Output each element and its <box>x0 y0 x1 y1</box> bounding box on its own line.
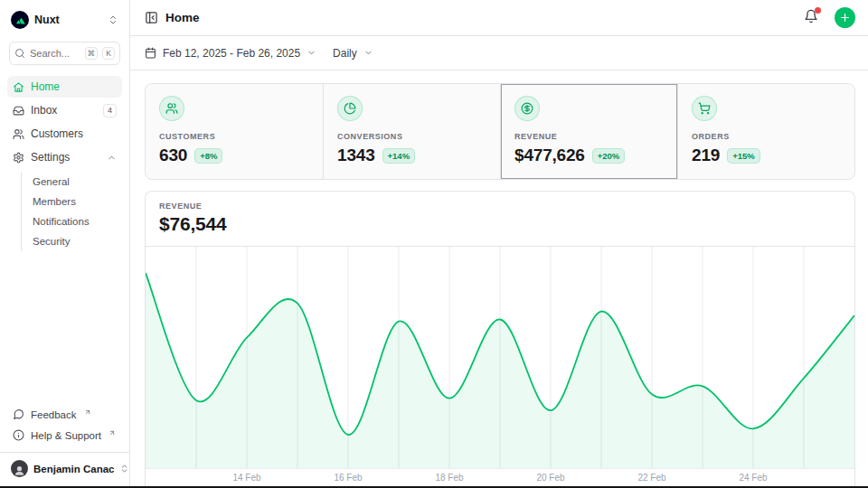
revenue-area-chart[interactable] <box>146 247 854 469</box>
sidebar-item-settings[interactable]: Settings <box>7 146 122 168</box>
collapse-sidebar-button[interactable] <box>145 11 158 24</box>
sidebar-item-general[interactable]: General <box>22 172 122 192</box>
sidebar-item-label: Inbox <box>31 104 97 117</box>
chart-metric-label: Revenue <box>159 202 841 211</box>
sidebar-spacer <box>7 253 122 404</box>
users-icon <box>13 128 24 140</box>
avatar <box>11 460 28 477</box>
date-range-picker[interactable]: Feb 12, 2025 - Feb 26, 2025 <box>145 47 316 60</box>
chevrons-up-down-icon <box>108 14 118 25</box>
stat-label: Orders <box>692 132 841 141</box>
nuxt-logo-icon <box>11 11 29 29</box>
stat-delta-badge: +20% <box>592 148 626 164</box>
stat-card-customers[interactable]: Customers 630 +8% <box>146 84 323 179</box>
user-menu[interactable]: Benjamin Canac <box>7 453 122 481</box>
stat-card-revenue[interactable]: Revenue $477,626 +20% <box>500 84 677 179</box>
search-icon <box>14 48 25 59</box>
plus-icon <box>839 12 851 23</box>
workspace-switcher[interactable]: Nuxt <box>7 7 122 33</box>
stat-delta-badge: +14% <box>382 148 416 164</box>
sidebar-item-label: Customers <box>31 127 117 140</box>
sidebar-item-label: Help & Support <box>31 430 101 441</box>
filter-toolbar: Feb 12, 2025 - Feb 26, 2025 Daily <box>130 36 868 70</box>
stat-card-orders[interactable]: Orders 219 +15% <box>677 84 854 179</box>
message-bubble-icon <box>13 408 24 420</box>
sidebar-item-security[interactable]: Security <box>22 231 122 251</box>
stat-label: Revenue <box>514 132 664 141</box>
chevron-up-icon <box>107 153 117 163</box>
home-icon <box>13 81 24 93</box>
main-panel: Home Feb 12, 2025 - Feb 26, 2025 <box>130 0 868 488</box>
stat-card-conversions[interactable]: Conversions 1343 +14% <box>323 84 500 179</box>
granularity-select[interactable]: Daily <box>333 47 373 60</box>
sidebar-item-label: Home <box>31 80 117 93</box>
sidebar: Nuxt Search... ⌘ K Home <box>0 0 130 488</box>
revenue-chart-card: Revenue $76,544 14 Feb16 Feb18 Feb20 Feb… <box>145 191 855 488</box>
dashboard-app: Nuxt Search... ⌘ K Home <box>0 0 868 488</box>
stat-value: 1343 <box>337 145 375 165</box>
chart-x-axis: 14 Feb16 Feb18 Feb20 Feb22 Feb24 Feb <box>146 469 854 488</box>
external-link-icon <box>108 429 116 436</box>
x-axis-tick-label: 18 Feb <box>435 473 463 483</box>
inbox-count-badge: 4 <box>103 104 117 117</box>
calendar-icon <box>145 47 156 59</box>
sidebar-item-home[interactable]: Home <box>7 76 122 98</box>
page-title: Home <box>165 11 200 24</box>
user-name: Benjamin Canac <box>33 464 114 474</box>
x-axis-tick-label: 20 Feb <box>536 473 564 483</box>
chevron-down-icon <box>363 48 373 58</box>
workspace-name: Nuxt <box>34 14 102 26</box>
chart-metric-value: $76,544 <box>159 213 841 235</box>
x-axis-tick-label: 24 Feb <box>739 473 767 483</box>
search-input[interactable]: Search... ⌘ K <box>9 42 120 65</box>
sidebar-item-inbox[interactable]: Inbox 4 <box>7 99 122 121</box>
stat-label: Conversions <box>337 132 486 141</box>
cart-icon <box>692 96 717 121</box>
date-range-value: Feb 12, 2025 - Feb 26, 2025 <box>163 47 300 60</box>
sidebar-item-label: Settings <box>31 151 100 164</box>
dollar-circle-icon <box>514 96 540 121</box>
content-area: Customers 630 +8% Conversions 1343 +14% <box>130 70 868 488</box>
gear-icon <box>13 152 24 164</box>
x-axis-tick-label: 22 Feb <box>637 473 665 483</box>
granularity-value: Daily <box>333 47 357 60</box>
stat-value: $477,626 <box>514 145 585 165</box>
add-button[interactable] <box>835 7 855 28</box>
chevron-down-icon <box>307 48 316 58</box>
stat-label: Customers <box>159 132 309 141</box>
top-bar: Home <box>130 0 868 36</box>
x-axis-tick-label: 14 Feb <box>232 473 260 483</box>
stat-delta-badge: +15% <box>727 148 760 164</box>
chart-canvas <box>146 247 854 469</box>
notification-dot <box>815 7 821 14</box>
chart-header: Revenue $76,544 <box>146 192 854 247</box>
sidebar-item-help-support[interactable]: Help & Support <box>7 425 122 446</box>
notifications-button[interactable] <box>804 9 818 27</box>
pie-chart-icon <box>337 96 363 121</box>
sidebar-nav: Home Inbox 4 Customers Settings <box>7 76 122 253</box>
stat-delta-badge: +8% <box>194 148 222 164</box>
stat-value: 630 <box>159 145 187 165</box>
kbd-k: K <box>102 47 115 60</box>
external-link-icon <box>84 408 91 416</box>
search-placeholder: Search... <box>30 48 80 59</box>
stats-grid: Customers 630 +8% Conversions 1343 +14% <box>145 83 855 180</box>
sidebar-item-members[interactable]: Members <box>22 192 122 211</box>
sidebar-item-label: Feedback <box>31 409 77 420</box>
info-icon <box>13 429 24 441</box>
users-icon <box>159 96 184 121</box>
chevrons-up-down-icon <box>119 464 129 474</box>
settings-submenu: General Members Notifications Security <box>21 172 122 251</box>
x-axis-tick-label: 16 Feb <box>334 473 362 483</box>
sidebar-item-feedback[interactable]: Feedback <box>7 404 122 425</box>
sidebar-item-customers[interactable]: Customers <box>7 123 122 145</box>
sidebar-item-notifications[interactable]: Notifications <box>22 211 122 231</box>
stat-value: 219 <box>692 145 720 165</box>
kbd-cmd: ⌘ <box>85 47 99 60</box>
inbox-icon <box>13 105 24 117</box>
